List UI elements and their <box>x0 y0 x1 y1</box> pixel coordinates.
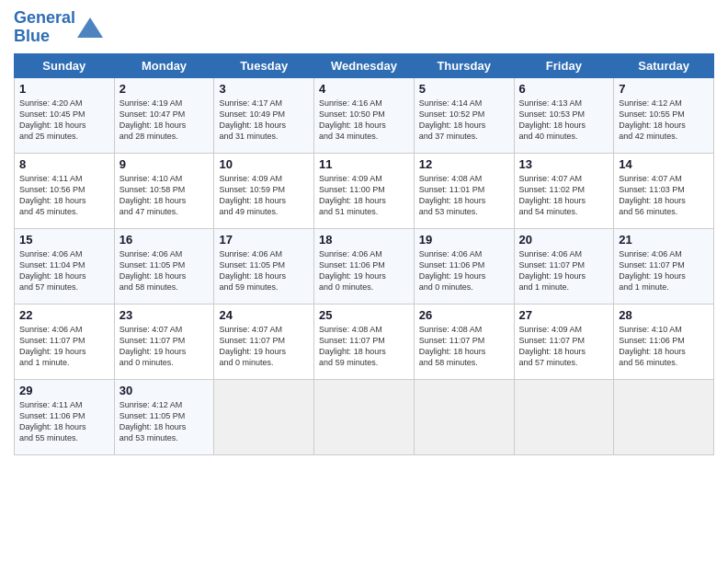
day-number: 6 <box>519 82 609 96</box>
day-number: 4 <box>319 82 409 96</box>
day-number: 18 <box>319 233 409 247</box>
day-number: 8 <box>19 157 109 171</box>
calendar-day-cell: 29Sunrise: 4:11 AM Sunset: 11:06 PM Dayl… <box>15 379 115 454</box>
day-number: 15 <box>19 233 109 247</box>
calendar-week-row: 15Sunrise: 4:06 AM Sunset: 11:04 PM Dayl… <box>15 228 714 304</box>
day-number: 3 <box>219 82 309 96</box>
calendar-day-cell: 3Sunrise: 4:17 AM Sunset: 10:49 PM Dayli… <box>214 77 314 153</box>
day-number: 11 <box>319 157 409 171</box>
day-info-text: Sunrise: 4:12 AM Sunset: 11:05 PM Daylig… <box>119 399 210 444</box>
day-info-text: Sunrise: 4:07 AM Sunset: 11:07 PM Daylig… <box>119 324 210 369</box>
calendar-day-cell: 7Sunrise: 4:12 AM Sunset: 10:55 PM Dayli… <box>614 77 714 153</box>
calendar-day-cell: 19Sunrise: 4:06 AM Sunset: 11:06 PM Dayl… <box>414 228 514 304</box>
day-number: 22 <box>19 308 109 322</box>
calendar-day-cell: 24Sunrise: 4:07 AM Sunset: 11:07 PM Dayl… <box>214 304 314 379</box>
day-number: 7 <box>619 82 709 96</box>
day-of-week-header: Sunday <box>15 53 115 77</box>
calendar-week-row: 8Sunrise: 4:11 AM Sunset: 10:56 PM Dayli… <box>15 153 714 228</box>
day-info-text: Sunrise: 4:06 AM Sunset: 11:06 PM Daylig… <box>319 248 409 293</box>
calendar-day-cell <box>614 379 714 454</box>
calendar-day-cell: 25Sunrise: 4:08 AM Sunset: 11:07 PM Dayl… <box>314 304 415 379</box>
calendar-day-cell: 27Sunrise: 4:09 AM Sunset: 11:07 PM Dayl… <box>514 304 614 379</box>
calendar-day-cell: 28Sunrise: 4:10 AM Sunset: 11:06 PM Dayl… <box>614 304 714 379</box>
day-info-text: Sunrise: 4:06 AM Sunset: 11:05 PM Daylig… <box>119 248 210 293</box>
day-info-text: Sunrise: 4:08 AM Sunset: 11:07 PM Daylig… <box>419 324 509 369</box>
day-of-week-header: Monday <box>114 53 214 77</box>
main-container: General Blue SundayMondayTuesdayWednesda… <box>0 0 728 465</box>
day-info-text: Sunrise: 4:09 AM Sunset: 10:59 PM Daylig… <box>219 173 309 218</box>
day-number: 28 <box>619 308 709 322</box>
calendar-day-cell: 8Sunrise: 4:11 AM Sunset: 10:56 PM Dayli… <box>15 153 115 228</box>
day-info-text: Sunrise: 4:07 AM Sunset: 11:03 PM Daylig… <box>619 173 709 218</box>
calendar-body: 1Sunrise: 4:20 AM Sunset: 10:45 PM Dayli… <box>15 77 714 454</box>
day-info-text: Sunrise: 4:08 AM Sunset: 11:01 PM Daylig… <box>419 173 509 218</box>
day-number: 21 <box>619 233 709 247</box>
day-number: 24 <box>219 308 309 322</box>
calendar-day-cell: 5Sunrise: 4:14 AM Sunset: 10:52 PM Dayli… <box>414 77 514 153</box>
calendar-day-cell <box>314 379 415 454</box>
calendar-day-cell: 23Sunrise: 4:07 AM Sunset: 11:07 PM Dayl… <box>114 304 214 379</box>
calendar-day-cell: 14Sunrise: 4:07 AM Sunset: 11:03 PM Dayl… <box>614 153 714 228</box>
calendar-week-row: 22Sunrise: 4:06 AM Sunset: 11:07 PM Dayl… <box>15 304 714 379</box>
calendar-day-cell: 17Sunrise: 4:06 AM Sunset: 11:05 PM Dayl… <box>214 228 314 304</box>
calendar-day-cell: 15Sunrise: 4:06 AM Sunset: 11:04 PM Dayl… <box>15 228 115 304</box>
header-row-days: SundayMondayTuesdayWednesdayThursdayFrid… <box>15 53 714 77</box>
day-of-week-header: Friday <box>514 53 614 77</box>
day-info-text: Sunrise: 4:19 AM Sunset: 10:47 PM Daylig… <box>119 98 210 143</box>
day-number: 10 <box>219 157 309 171</box>
day-number: 5 <box>419 82 509 96</box>
day-info-text: Sunrise: 4:14 AM Sunset: 10:52 PM Daylig… <box>419 98 509 143</box>
day-of-week-header: Wednesday <box>314 53 415 77</box>
day-number: 23 <box>119 308 210 322</box>
logo-icon <box>77 17 103 38</box>
day-number: 1 <box>19 82 109 96</box>
day-number: 17 <box>219 233 309 247</box>
day-info-text: Sunrise: 4:06 AM Sunset: 11:07 PM Daylig… <box>519 248 609 293</box>
calendar-day-cell: 20Sunrise: 4:06 AM Sunset: 11:07 PM Dayl… <box>514 228 614 304</box>
calendar-day-cell: 26Sunrise: 4:08 AM Sunset: 11:07 PM Dayl… <box>414 304 514 379</box>
day-info-text: Sunrise: 4:13 AM Sunset: 10:53 PM Daylig… <box>519 98 609 143</box>
day-of-week-header: Saturday <box>614 53 714 77</box>
day-number: 25 <box>319 308 409 322</box>
day-number: 29 <box>19 384 109 397</box>
day-info-text: Sunrise: 4:12 AM Sunset: 10:55 PM Daylig… <box>619 98 709 143</box>
day-number: 16 <box>119 233 210 247</box>
calendar-day-cell: 11Sunrise: 4:09 AM Sunset: 11:00 PM Dayl… <box>314 153 415 228</box>
calendar-day-cell: 4Sunrise: 4:16 AM Sunset: 10:50 PM Dayli… <box>314 77 415 153</box>
day-info-text: Sunrise: 4:16 AM Sunset: 10:50 PM Daylig… <box>319 98 409 143</box>
calendar-day-cell: 6Sunrise: 4:13 AM Sunset: 10:53 PM Dayli… <box>514 77 614 153</box>
calendar-day-cell <box>214 379 314 454</box>
calendar-day-cell: 30Sunrise: 4:12 AM Sunset: 11:05 PM Dayl… <box>114 379 214 454</box>
day-info-text: Sunrise: 4:07 AM Sunset: 11:02 PM Daylig… <box>519 173 609 218</box>
day-number: 27 <box>519 308 609 322</box>
day-info-text: Sunrise: 4:07 AM Sunset: 11:07 PM Daylig… <box>219 324 309 369</box>
day-of-week-header: Tuesday <box>214 53 314 77</box>
calendar-day-cell: 2Sunrise: 4:19 AM Sunset: 10:47 PM Dayli… <box>114 77 214 153</box>
day-number: 2 <box>119 82 210 96</box>
day-number: 30 <box>119 384 210 397</box>
day-info-text: Sunrise: 4:20 AM Sunset: 10:45 PM Daylig… <box>19 98 109 143</box>
calendar-day-cell: 1Sunrise: 4:20 AM Sunset: 10:45 PM Dayli… <box>15 77 115 153</box>
calendar-day-cell: 10Sunrise: 4:09 AM Sunset: 10:59 PM Dayl… <box>214 153 314 228</box>
day-number: 12 <box>419 157 509 171</box>
day-info-text: Sunrise: 4:06 AM Sunset: 11:05 PM Daylig… <box>219 248 309 293</box>
day-number: 9 <box>119 157 210 171</box>
day-of-week-header: Thursday <box>414 53 514 77</box>
calendar-day-cell: 9Sunrise: 4:10 AM Sunset: 10:58 PM Dayli… <box>114 153 214 228</box>
calendar-table: SundayMondayTuesdayWednesdayThursdayFrid… <box>14 53 714 455</box>
calendar-day-cell: 16Sunrise: 4:06 AM Sunset: 11:05 PM Dayl… <box>114 228 214 304</box>
day-info-text: Sunrise: 4:06 AM Sunset: 11:07 PM Daylig… <box>619 248 709 293</box>
day-info-text: Sunrise: 4:17 AM Sunset: 10:49 PM Daylig… <box>219 98 309 143</box>
calendar-header: SundayMondayTuesdayWednesdayThursdayFrid… <box>15 53 714 77</box>
day-number: 19 <box>419 233 509 247</box>
day-number: 20 <box>519 233 609 247</box>
logo: General Blue <box>14 9 103 46</box>
day-info-text: Sunrise: 4:08 AM Sunset: 11:07 PM Daylig… <box>319 324 409 369</box>
day-info-text: Sunrise: 4:06 AM Sunset: 11:06 PM Daylig… <box>419 248 509 293</box>
day-info-text: Sunrise: 4:09 AM Sunset: 11:00 PM Daylig… <box>319 173 409 218</box>
logo-text: General Blue <box>14 9 75 46</box>
day-number: 14 <box>619 157 709 171</box>
svg-marker-0 <box>77 17 103 38</box>
calendar-day-cell: 22Sunrise: 4:06 AM Sunset: 11:07 PM Dayl… <box>15 304 115 379</box>
calendar-day-cell: 12Sunrise: 4:08 AM Sunset: 11:01 PM Dayl… <box>414 153 514 228</box>
